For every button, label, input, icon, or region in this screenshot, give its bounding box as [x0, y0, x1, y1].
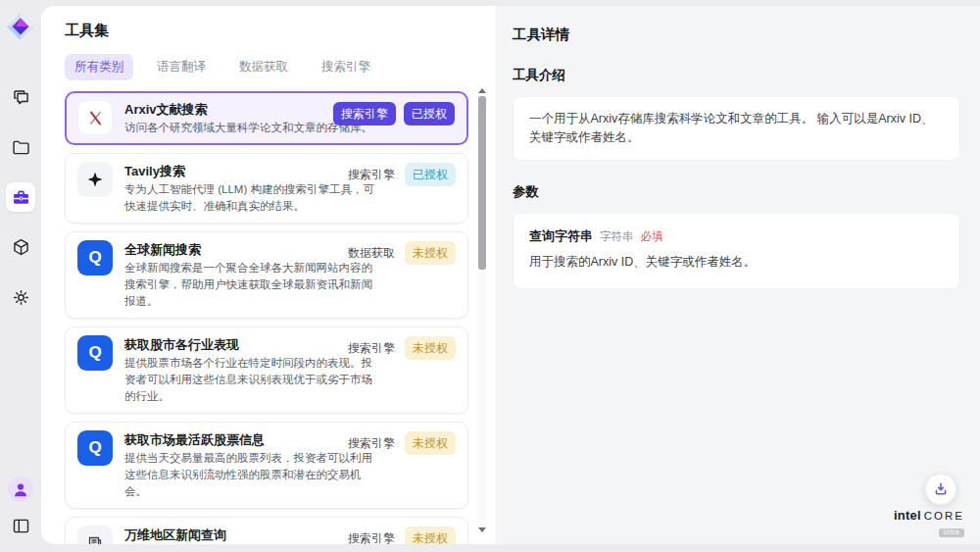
left-rail: [0, 0, 41, 552]
toolbox-icon[interactable]: [6, 182, 35, 212]
tool-description: 提供当天交易量最高的股票列表，投资者可以利用这些信息来识别流动性强的股票和潜在的…: [124, 450, 375, 500]
detail-title: 工具详情: [513, 25, 960, 44]
category-badge: 搜索引擎: [346, 336, 397, 360]
auth-status-badge: 未授权: [405, 241, 456, 265]
param-type: 字符串: [600, 229, 634, 244]
tools-panel: 工具集 所有类别 语言翻译 数据获取 搜索引擎 Arxiv文献搜索 访问各个研究…: [41, 6, 495, 544]
chat-icon[interactable]: [6, 82, 35, 112]
arxiv-logo-icon: [77, 100, 113, 135]
tool-description: 提供股票市场各个行业在特定时间段内的表现。投资者可以利用这些信息来识别表现优于或…: [124, 355, 375, 405]
param-required-badge: 必填: [641, 229, 663, 244]
folder-icon[interactable]: [6, 132, 35, 162]
category-tabs: 所有类别 语言翻译 数据获取 搜索引擎: [65, 54, 495, 79]
category-badge: 搜索引擎: [333, 102, 396, 125]
intro-card: 一个用于从Arxiv存储库搜索科学论文和文章的工具。 输入可以是Arxiv ID…: [513, 96, 960, 161]
category-badge: 搜索引擎: [346, 527, 397, 544]
tool-list: Arxiv文献搜索 访问各个研究领域大量科学论文和文章的存储库。 搜索引擎 已授…: [65, 91, 468, 544]
param-description: 用于搜索的Arxiv ID、关键字或作者姓名。: [529, 254, 944, 271]
main-window: 工具集 所有类别 语言翻译 数据获取 搜索引擎 Arxiv文献搜索 访问各个研究…: [41, 6, 980, 544]
app-logo-icon: [6, 12, 35, 41]
scrollbar-thumb[interactable]: [478, 96, 486, 270]
tool-card-sector-performance[interactable]: Q 获取股市各行业表现 提供股票市场各个行业在特定时间段内的表现。投资者可以利用…: [65, 326, 468, 414]
rail-nav: [6, 82, 35, 312]
tool-card-active-stocks[interactable]: Q 获取市场最活跃股票信息 提供当天交易量最高的股票列表，投资者可以利用这些信息…: [65, 422, 468, 509]
tool-card-global-news[interactable]: Q 全球新闻搜索 全球新闻搜索是一个聚合全球各大新闻网站内容的搜索引擎，帮助用户…: [65, 231, 468, 319]
category-badge: 数据获取: [346, 241, 397, 265]
intro-text: 一个用于从Arxiv存储库搜索科学论文和文章的工具。 输入可以是Arxiv ID…: [529, 112, 934, 144]
category-badge: 搜索引擎: [346, 431, 397, 455]
auth-status-badge: 已授权: [404, 102, 455, 125]
tool-description: 全球新闻搜索是一个聚合全球各大新闻网站内容的搜索引擎，帮助用户快速获取全球最新资…: [124, 260, 375, 310]
news-logo-icon: Q: [77, 430, 113, 466]
tool-detail-panel: 工具详情 工具介绍 一个用于从Arxiv存储库搜索科学论文和文章的工具。 输入可…: [495, 6, 980, 544]
panel-toggle-icon[interactable]: [6, 511, 35, 540]
news-logo-icon: Q: [77, 240, 113, 276]
rail-bottom: [6, 477, 35, 540]
download-button[interactable]: [925, 474, 956, 505]
intel-core-logo: intel CORE Ultra: [894, 509, 964, 538]
auth-status-badge: 未授权: [405, 527, 456, 544]
tab-data-acquisition[interactable]: 数据获取: [229, 54, 298, 80]
intel-ultra-badge: Ultra: [939, 528, 964, 538]
params-heading: 参数: [513, 183, 960, 201]
scroll-up-icon[interactable]: [478, 88, 486, 93]
tab-all-categories[interactable]: 所有类别: [65, 54, 133, 80]
tool-card-tavily[interactable]: Tavily搜索 专为人工智能代理 (LLM) 构建的搜索引擎工具，可快速提供实…: [65, 153, 468, 224]
scroll-down-icon[interactable]: [478, 527, 486, 532]
tool-card-regional-news[interactable]: 万维地区新闻查询 查询具体行政区划内的新闻，快速了解各地新闻动 搜索引擎 未授权: [65, 517, 468, 544]
page-title: 工具集: [65, 22, 495, 40]
tavily-star-icon: [77, 162, 113, 197]
tool-card-arxiv[interactable]: Arxiv文献搜索 访问各个研究领域大量科学论文和文章的存储库。 搜索引擎 已授…: [65, 91, 468, 145]
auth-status-badge: 未授权: [405, 336, 456, 360]
news-logo-icon: Q: [77, 335, 113, 371]
tab-language-translation[interactable]: 语言翻译: [147, 54, 216, 80]
auth-status-badge: 未授权: [405, 431, 456, 455]
param-name: 查询字符串: [529, 227, 593, 245]
list-scrollbar[interactable]: [477, 86, 487, 534]
auth-status-badge: 已授权: [405, 163, 456, 186]
newspaper-icon: [77, 526, 113, 544]
download-icon: [933, 481, 949, 497]
tool-description: 专为人工智能代理 (LLM) 构建的搜索引擎工具，可快速提供实时、准确和真实的结…: [124, 181, 375, 215]
cube-icon[interactable]: [6, 232, 35, 262]
settings-gear-icon[interactable]: [6, 282, 35, 312]
parameter-card: 查询字符串 字符串 必填 用于搜索的Arxiv ID、关键字或作者姓名。: [513, 213, 960, 289]
category-badge: 搜索引擎: [346, 163, 397, 186]
tab-search-engine[interactable]: 搜索引擎: [312, 54, 380, 80]
user-avatar-icon[interactable]: [8, 477, 33, 502]
intro-heading: 工具介绍: [513, 67, 960, 84]
